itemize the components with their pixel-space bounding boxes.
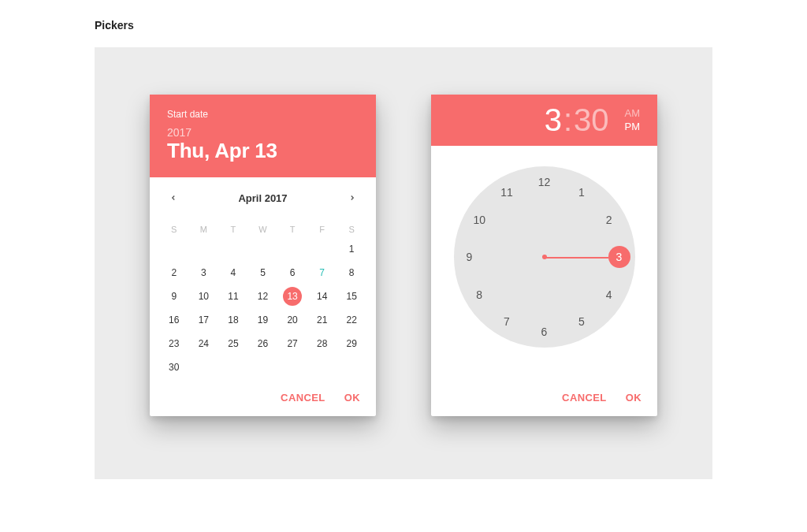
time-picker-header: 3 : 30 AM PM: [431, 95, 657, 146]
next-month-button[interactable]: [343, 188, 362, 207]
calendar-day[interactable]: 15: [337, 285, 366, 308]
calendar-day[interactable]: 5: [248, 261, 278, 285]
clock-hour-9[interactable]: 9: [459, 246, 481, 268]
calendar-day-empty: [277, 237, 307, 261]
calendar-day-empty: [248, 237, 278, 261]
calendar-day[interactable]: 6: [277, 261, 307, 285]
calendar-day[interactable]: 8: [337, 261, 366, 285]
calendar-day[interactable]: 30: [159, 355, 189, 379]
calendar-day[interactable]: 3: [189, 261, 219, 285]
calendar-day-empty: [189, 355, 219, 379]
time-display: 3 : 30: [545, 102, 609, 138]
dow-label: T: [218, 218, 248, 237]
pm-option[interactable]: PM: [625, 121, 641, 133]
calendar-day[interactable]: 24: [189, 332, 219, 355]
calendar-day-empty: [307, 355, 337, 379]
calendar-day[interactable]: 9: [159, 285, 189, 308]
calendar-day[interactable]: 4: [218, 261, 248, 285]
am-option[interactable]: AM: [625, 107, 641, 120]
clock-hour-11[interactable]: 11: [496, 181, 518, 203]
calendar-day[interactable]: 26: [248, 332, 278, 355]
calendar-week-row: 9101112131415: [150, 285, 376, 308]
calendar-day[interactable]: 20: [277, 308, 307, 332]
clock-center-dot: [542, 255, 547, 259]
clock-hand: [545, 257, 608, 259]
prev-month-button[interactable]: [164, 188, 183, 207]
calendar-day[interactable]: 13: [277, 285, 307, 308]
chevron-left-icon: [169, 192, 177, 204]
calendar-week-row: 30: [150, 355, 376, 379]
calendar-day-empty: [307, 237, 337, 261]
calendar-day-empty: [159, 237, 189, 261]
date-picker-header: Start date 2017 Thu, Apr 13: [150, 95, 376, 177]
calendar-day[interactable]: 11: [218, 285, 248, 308]
calendar-day[interactable]: 12: [248, 285, 278, 308]
date-picker-card: Start date 2017 Thu, Apr 13 April 2017 S…: [150, 95, 376, 416]
page-title: Pickers: [95, 19, 712, 32]
time-separator: :: [563, 102, 572, 138]
clock-hour-7[interactable]: 7: [496, 311, 518, 333]
calendar-day[interactable]: 19: [248, 308, 278, 332]
calendar-day[interactable]: 28: [307, 332, 337, 355]
calendar-day[interactable]: 29: [337, 332, 366, 355]
ampm-toggle: AM PM: [625, 107, 641, 133]
calendar-day-empty: [189, 237, 219, 261]
calendar-weeks: 1234567891011121314151617181920212223242…: [150, 237, 376, 382]
clock-hour-4[interactable]: 4: [598, 284, 620, 306]
dow-label: M: [189, 218, 219, 237]
calendar-day[interactable]: 22: [337, 308, 366, 332]
calendar-day[interactable]: 17: [189, 308, 219, 332]
calendar-week-row: 23242526272829: [150, 332, 376, 355]
clock-hour-6[interactable]: 6: [534, 321, 556, 343]
clock-hour-1[interactable]: 1: [571, 181, 593, 203]
cancel-button[interactable]: CANCEL: [562, 392, 607, 404]
calendar-day-empty: [248, 355, 278, 379]
calendar-day[interactable]: 21: [307, 308, 337, 332]
date-picker-actions: CANCEL OK: [150, 382, 376, 416]
time-picker-actions: CANCEL OK: [431, 382, 657, 416]
clock-hour-3[interactable]: 3: [608, 246, 630, 268]
dow-label: S: [159, 218, 189, 237]
canvas: Start date 2017 Thu, Apr 13 April 2017 S…: [95, 47, 712, 479]
calendar-day[interactable]: 10: [189, 285, 219, 308]
calendar-day[interactable]: 27: [277, 332, 307, 355]
clock-hour-12[interactable]: 12: [534, 171, 556, 193]
cancel-button[interactable]: CANCEL: [281, 392, 325, 404]
chevron-right-icon: [348, 192, 356, 204]
clock-hour-10[interactable]: 10: [468, 209, 490, 231]
dow-label: F: [307, 218, 337, 237]
ok-button[interactable]: OK: [344, 392, 360, 404]
calendar-day[interactable]: 7: [307, 261, 337, 285]
date-header-long-date[interactable]: Thu, Apr 13: [167, 139, 359, 163]
calendar-week-row: 2345678: [150, 261, 376, 285]
calendar-day[interactable]: 14: [307, 285, 337, 308]
calendar-day[interactable]: 25: [218, 332, 248, 355]
clock-hour-5[interactable]: 5: [571, 311, 593, 333]
date-header-year[interactable]: 2017: [167, 126, 359, 139]
month-nav: April 2017: [150, 177, 376, 212]
hour-value[interactable]: 3: [545, 102, 562, 138]
calendar-day[interactable]: 18: [218, 308, 248, 332]
minute-value[interactable]: 30: [574, 102, 609, 138]
calendar-day[interactable]: 16: [159, 308, 189, 332]
calendar-day-empty: [218, 355, 248, 379]
calendar-day-empty: [337, 355, 366, 379]
calendar-week-row: 16171819202122: [150, 308, 376, 332]
calendar-day[interactable]: 2: [159, 261, 189, 285]
calendar-day-empty: [218, 237, 248, 261]
dow-label: S: [337, 218, 366, 237]
calendar-week-row: 1: [150, 237, 376, 261]
dow-label: T: [277, 218, 307, 237]
day-of-week-row: SMTWTFS: [150, 218, 376, 237]
clock-hour-8[interactable]: 8: [468, 284, 490, 306]
date-header-label: Start date: [167, 109, 359, 120]
calendar-day[interactable]: 23: [159, 332, 189, 355]
month-label: April 2017: [238, 192, 287, 204]
clock-face[interactable]: 121234567891011: [454, 166, 635, 348]
time-picker-card: 3 : 30 AM PM 121234567891011 CANCEL OK: [431, 95, 657, 416]
calendar-day[interactable]: 1: [337, 237, 366, 261]
ok-button[interactable]: OK: [626, 392, 642, 404]
calendar-day-empty: [277, 355, 307, 379]
clock-hour-2[interactable]: 2: [598, 209, 620, 231]
clock-wrap: 121234567891011: [431, 146, 657, 355]
